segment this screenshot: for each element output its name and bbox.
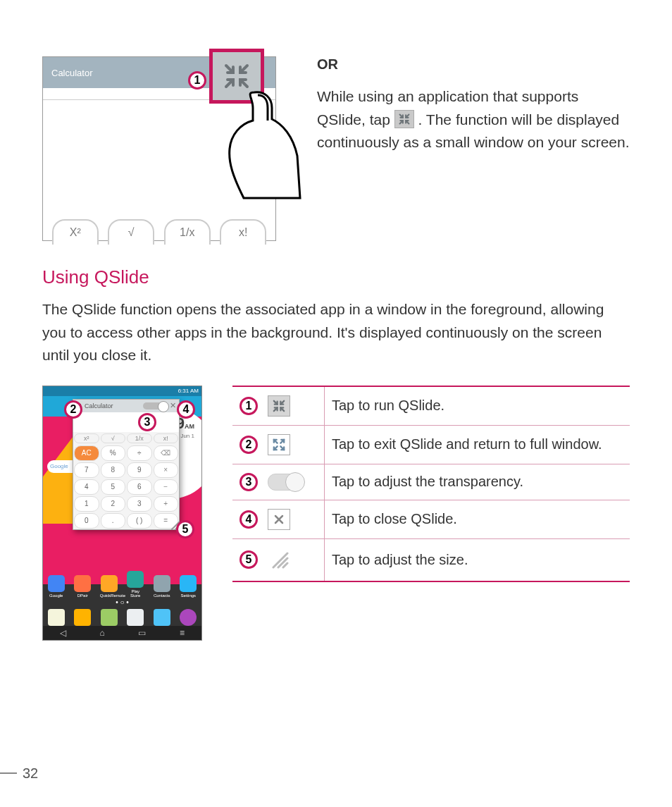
legend-desc: Tap to exit QSlide and return to full wi… xyxy=(325,425,630,464)
tray-icon xyxy=(48,609,65,626)
dock-app: Play Store xyxy=(126,571,144,598)
tray-icon xyxy=(101,609,118,626)
legend-row: 2 Tap to exit QSlide and return to full … xyxy=(232,425,630,464)
calc-key: ( ) xyxy=(127,513,152,529)
calc-fn-btn: x! xyxy=(220,219,266,245)
calc-fn: 1/x xyxy=(127,433,152,443)
calc-fn-btn: X² xyxy=(52,219,99,245)
legend-row: 4 Tap to close QSlide. xyxy=(232,500,630,538)
calc-key: 3 xyxy=(127,496,152,512)
qslide-window-title: Calculator xyxy=(85,402,113,409)
page-number: 32 xyxy=(23,765,38,782)
tray-icon xyxy=(127,609,144,626)
legend-row: 3 Tap to adjust the transparency. xyxy=(232,464,630,500)
phone-status-time: 6:31 AM xyxy=(178,388,199,394)
apps-icon xyxy=(180,609,197,626)
section-heading: Using QSlide xyxy=(42,266,630,288)
transparency-slider xyxy=(143,402,167,409)
legend-num: 2 xyxy=(239,436,258,454)
calc-key: ÷ xyxy=(127,445,152,461)
callout-3: 3 xyxy=(138,413,156,431)
legend-desc: Tap to adjust the size. xyxy=(325,538,630,581)
or-paragraph: While using an application that supports… xyxy=(317,85,630,154)
legend-num: 3 xyxy=(239,473,258,491)
calc-key: % xyxy=(101,445,126,461)
favorites-tray xyxy=(43,608,201,627)
home-icon: ⌂ xyxy=(100,628,105,638)
legend-row: 5 Tap to adjust the size. xyxy=(232,538,630,581)
dock-app: Contacts xyxy=(153,575,171,598)
dock-app: Google xyxy=(47,575,66,598)
qslide-enter-icon xyxy=(268,395,290,417)
legend-num: 4 xyxy=(239,510,258,529)
transparency-slider-icon xyxy=(268,474,304,491)
legend-row: 1 Tap to run QSlide. xyxy=(232,386,630,426)
recent-icon: ▭ xyxy=(138,628,146,638)
dock-app: DPair xyxy=(73,575,92,598)
app-dock: GoogleDPairQuickRemotePlay StoreContacts… xyxy=(43,571,201,598)
intro-paragraph: The QSlide function opens the associated… xyxy=(42,298,630,367)
menu-icon: ≡ xyxy=(180,628,185,638)
calc-key: 5 xyxy=(101,479,126,495)
svg-line-23 xyxy=(283,563,287,567)
calc-key: 2 xyxy=(101,496,126,512)
calc-fn: x² xyxy=(74,433,99,443)
calc-display xyxy=(73,412,179,432)
callout-5: 5 xyxy=(176,520,194,538)
resize-icon xyxy=(268,548,289,572)
calc-key: 8 xyxy=(101,462,126,478)
legend-num: 1 xyxy=(239,397,258,415)
calc-key: 7 xyxy=(74,462,99,478)
callout-4: 4 xyxy=(177,400,195,419)
calc-key: AC xyxy=(74,445,99,461)
back-icon: ◁ xyxy=(60,628,66,638)
calc-fn: √ xyxy=(101,433,126,443)
calc-key: 1 xyxy=(74,496,99,512)
calc-key: ⌫ xyxy=(154,445,179,461)
calc-fn-row: X² √ 1/x x! xyxy=(43,219,275,245)
calc-key: 6 xyxy=(127,479,152,495)
phone-navbar: ◁ ⌂ ▭ ≡ xyxy=(43,626,201,640)
calculator-title: Calculator xyxy=(51,68,93,78)
legend-table: 1 Tap to run QSlide. 2 Tap to exit xyxy=(232,386,630,582)
calc-key: 4 xyxy=(74,479,99,495)
qslide-exit-icon xyxy=(268,434,290,455)
dock-app: QuickRemote xyxy=(100,575,118,598)
tray-icon xyxy=(74,609,91,626)
phone-statusbar: 6:31 AM xyxy=(43,386,201,396)
phone-screenshot: 6:31 AM 3:19AM Tue, Jun 1 Google Ok Goog… xyxy=(42,386,202,641)
legend-desc: Tap to close QSlide. xyxy=(325,500,630,538)
tray-icon xyxy=(154,609,170,626)
tap-finger-illustration xyxy=(201,85,307,205)
calc-fn-btn: 1/x xyxy=(164,219,211,245)
legend-desc: Tap to adjust the transparency. xyxy=(325,464,630,500)
clock-ampm: AM xyxy=(185,423,194,430)
calc-key: 9 xyxy=(127,462,152,478)
or-label: OR xyxy=(317,56,630,73)
callout-2: 2 xyxy=(64,400,82,419)
calc-key: 0 xyxy=(74,513,99,529)
page-dots: • ○ • xyxy=(43,598,201,606)
legend-num: 5 xyxy=(239,550,258,569)
legend-desc: Tap to run QSlide. xyxy=(325,386,630,426)
calc-key: × xyxy=(154,462,179,478)
calc-fn-btn: √ xyxy=(108,219,154,245)
calc-fn: x! xyxy=(154,433,179,443)
dock-app: Settings xyxy=(179,575,197,598)
calc-keypad: AC%÷⌫789×456−123+0.( )= xyxy=(73,445,179,529)
calc-key: + xyxy=(154,496,179,512)
calc-key: − xyxy=(154,479,179,495)
qslide-window: ⤢ Calculator ✕ x² √ 1/x x! AC%÷⌫789×456−… xyxy=(73,399,180,530)
qslide-window-titlebar: ⤢ Calculator ✕ xyxy=(73,400,179,412)
calc-key: . xyxy=(101,513,126,529)
qslide-inline-icon xyxy=(394,110,414,128)
close-x-icon xyxy=(268,509,290,530)
close-icon: ✕ xyxy=(170,401,176,410)
calc-fn-row-small: x² √ 1/x x! xyxy=(73,432,179,445)
calculator-screenshot: Calculator 1 X² √ xyxy=(42,56,276,241)
